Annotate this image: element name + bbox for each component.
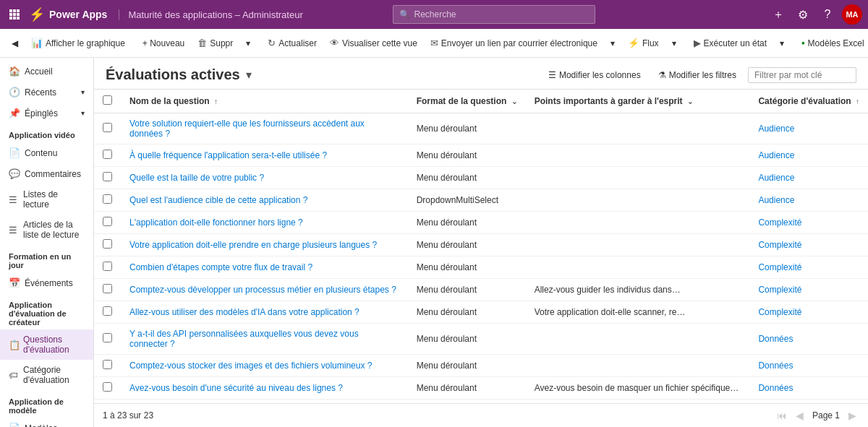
svg-rect-5 xyxy=(17,13,20,16)
col-points[interactable]: Points importants à garder à l'esprit ⌄ xyxy=(526,90,750,113)
row-categorie-10[interactable]: Données xyxy=(749,355,868,377)
row-question-4[interactable]: L'application doit-elle fonctionner hors… xyxy=(121,212,408,234)
modify-columns-button[interactable]: ☰ Modifier les colonnes xyxy=(542,67,647,83)
sidebar-section-modele: Application de modèle xyxy=(0,390,93,418)
main-layout: 🏠 Accueil 🕐 Récents ▾ 📌 Épinglés ▾ Appli… xyxy=(0,58,868,427)
search-box[interactable]: 🔍 Recherche xyxy=(393,5,595,24)
row-points-6 xyxy=(526,256,750,279)
modeles-excel-button[interactable]: ▪ Modèles Excel xyxy=(796,35,868,51)
sidebar-item-contenu[interactable]: 📄 Contenu xyxy=(0,142,93,163)
next-page-button[interactable]: ▶ xyxy=(846,408,859,423)
col-question[interactable]: Nom de la question ↑ xyxy=(121,90,408,113)
row-select-7[interactable] xyxy=(103,284,112,293)
first-page-button[interactable]: ⏮ xyxy=(774,408,790,423)
row-categorie-4[interactable]: Complexité xyxy=(749,212,868,234)
row-select-6[interactable] xyxy=(103,262,112,271)
flux-button[interactable]: ⚡ Flux xyxy=(622,35,665,51)
row-format-0: Menu déroulant xyxy=(408,113,526,145)
sidebar-section-evaluation: Application d'évaluation de créateur xyxy=(0,293,93,329)
more-button[interactable]: ▾ xyxy=(240,35,256,51)
afficher-graphique-button[interactable]: 📊 Afficher le graphique xyxy=(25,35,131,51)
flux-dropdown-button[interactable]: ▾ xyxy=(605,35,621,51)
add-icon[interactable]: ＋ xyxy=(768,4,788,25)
row-question-9[interactable]: Y a-t-il des API personnalisées auxquell… xyxy=(121,324,408,355)
flux-icon: ⚡ xyxy=(628,38,639,48)
row-categorie-1[interactable]: Audience xyxy=(749,145,868,167)
row-points-2 xyxy=(526,167,750,189)
envoyer-lien-button[interactable]: ✉ Envoyer un lien par courrier électroni… xyxy=(425,35,603,51)
sidebar-item-evenements[interactable]: 📅 Événements xyxy=(0,272,93,293)
waffle-icon[interactable] xyxy=(6,6,23,23)
row-select-8[interactable] xyxy=(103,306,112,316)
executer-more-button[interactable]: ▾ xyxy=(774,35,790,51)
row-question-3[interactable]: Quel est l'audience cible de cette appli… xyxy=(121,189,408,212)
prev-page-button[interactable]: ◀ xyxy=(793,408,807,423)
row-select-4[interactable] xyxy=(103,217,112,226)
keyword-filter-input[interactable] xyxy=(748,67,856,83)
table-row: Avez-vous besoin d'une sécurité au nivea… xyxy=(94,377,868,400)
sidebar-item-commentaires[interactable]: 💬 Commentaires xyxy=(0,163,93,184)
row-categorie-2[interactable]: Audience xyxy=(749,167,868,189)
sidebar-item-accueil[interactable]: 🏠 Accueil xyxy=(0,61,93,82)
page-title: Évaluations actives xyxy=(106,66,240,83)
row-checkbox-6 xyxy=(94,256,121,279)
help-icon[interactable]: ? xyxy=(817,4,838,25)
user-avatar[interactable]: MA xyxy=(842,4,862,25)
page-label: Page 1 xyxy=(812,410,840,420)
nouveau-button[interactable]: + Nouveau xyxy=(137,35,190,51)
row-question-6[interactable]: Combien d'étapes compte votre flux de tr… xyxy=(121,256,408,279)
row-question-0[interactable]: Votre solution requiert-elle que les fou… xyxy=(121,113,408,145)
sidebar-item-questions[interactable]: 📋 Questions d'évaluation xyxy=(0,329,93,360)
row-question-1[interactable]: À quelle fréquence l'application sera-t-… xyxy=(121,145,408,167)
settings-icon[interactable]: ⚙ xyxy=(793,4,813,25)
row-question-2[interactable]: Quelle est la taille de votre public ? xyxy=(121,167,408,189)
pagination-bar: 1 à 23 sur 23 ⏮ ◀ Page 1 ▶ xyxy=(94,403,868,427)
row-categorie-6[interactable]: Complexité xyxy=(749,256,868,279)
visualiser-button[interactable]: 👁 Visualiser cette vue xyxy=(324,35,423,51)
row-select-1[interactable] xyxy=(103,150,112,159)
row-question-7[interactable]: Comptez-vous développer un processus mét… xyxy=(121,279,408,301)
sidebar-item-epingles[interactable]: 📌 Épinglés ▾ xyxy=(0,103,93,124)
row-categorie-7[interactable]: Complexité xyxy=(749,279,868,301)
svg-rect-1 xyxy=(13,9,16,12)
sidebar-item-listes[interactable]: ☰ Listes de lecture xyxy=(0,184,93,215)
row-select-10[interactable] xyxy=(103,360,112,369)
row-checkbox-2 xyxy=(94,167,121,189)
executer-etat-button[interactable]: ▶ Exécuter un état xyxy=(688,35,773,51)
suppr-button[interactable]: 🗑 Suppr xyxy=(192,35,239,51)
row-categorie-11[interactable]: Données xyxy=(749,377,868,400)
sidebar-item-modeles[interactable]: 📄 Modèles xyxy=(0,418,93,427)
col-format[interactable]: Format de la question ⌄ xyxy=(408,90,526,113)
flux-more-button[interactable]: ▾ xyxy=(666,35,682,51)
sidebar-item-recents[interactable]: 🕐 Récents ▾ xyxy=(0,82,93,103)
title-dropdown-icon[interactable]: ▾ xyxy=(246,68,252,82)
actualiser-button[interactable]: ↻ Actualiser xyxy=(262,35,323,51)
col-categorie[interactable]: Catégorie d'évaluation ↑ xyxy=(749,90,868,113)
row-select-11[interactable] xyxy=(103,382,112,392)
modify-filters-button[interactable]: ⚗ Modifier les filtres xyxy=(652,67,742,83)
table-row: Quel est l'audience cible de cette appli… xyxy=(94,189,868,212)
row-categorie-9[interactable]: Données xyxy=(749,324,868,355)
row-categorie-3[interactable]: Audience xyxy=(749,189,868,212)
row-select-5[interactable] xyxy=(103,239,112,249)
row-question-5[interactable]: Votre application doit-elle prendre en c… xyxy=(121,234,408,256)
row-categorie-0[interactable]: Audience xyxy=(749,113,868,145)
select-all-checkbox[interactable] xyxy=(103,95,112,105)
row-format-7: Menu déroulant xyxy=(408,279,526,301)
svg-rect-8 xyxy=(17,17,20,20)
row-select-9[interactable] xyxy=(103,333,112,342)
row-categorie-8[interactable]: Complexité xyxy=(749,301,868,324)
back-button[interactable]: ◀ xyxy=(6,35,24,51)
row-select-3[interactable] xyxy=(103,194,112,204)
expand-recents-icon: ▾ xyxy=(81,88,85,96)
row-question-10[interactable]: Comptez-vous stocker des images et des f… xyxy=(121,355,408,377)
sidebar-item-articles[interactable]: ☰ Articles de la liste de lecture xyxy=(0,215,93,245)
sidebar-item-categorie[interactable]: 🏷 Catégorie d'évaluation xyxy=(0,360,93,390)
row-select-0[interactable] xyxy=(103,123,112,132)
row-question-11[interactable]: Avez-vous besoin d'une sécurité au nivea… xyxy=(121,377,408,400)
row-categorie-5[interactable]: Complexité xyxy=(749,234,868,256)
row-checkbox-4 xyxy=(94,212,121,234)
row-question-8[interactable]: Allez-vous utiliser des modèles d'IA dan… xyxy=(121,301,408,324)
row-select-2[interactable] xyxy=(103,172,112,181)
content-icon: 📄 xyxy=(9,147,20,158)
